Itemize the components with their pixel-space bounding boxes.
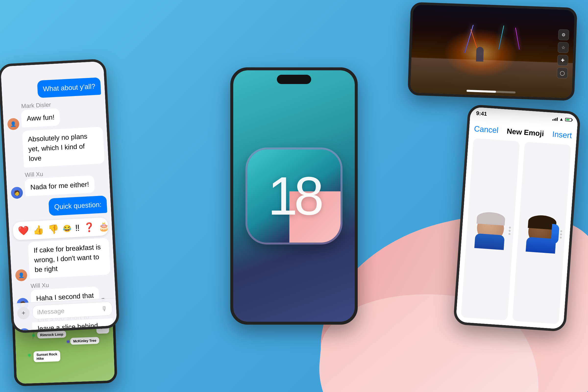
message-row: 🧑 Nada for me either! bbox=[10, 175, 106, 199]
input-placeholder: iMessage bbox=[37, 307, 65, 316]
messages-screen: What about y'all? Mark Disler 👤 Aww fun!… bbox=[0, 61, 117, 331]
emoji-panel: Cancel New Emoji Insert bbox=[456, 107, 578, 330]
panel-title: New Emoji bbox=[506, 127, 544, 138]
emoji-reaction-bar[interactable]: ❤️ 👍 👎 😂 ‼️ ❓ 🎂 ☺ + bbox=[12, 217, 108, 240]
avatar: 🧑 bbox=[11, 187, 23, 199]
game-control-3[interactable]: ✚ bbox=[557, 55, 568, 66]
message-row: What about y'all? bbox=[5, 77, 101, 102]
avatar: 👤 bbox=[7, 118, 19, 130]
emoji-thumbsup[interactable]: 👍 bbox=[32, 225, 44, 236]
emoji-panel-screen: 9:41 ▲ Cancel New Emoji Insert bbox=[456, 107, 578, 330]
signal-icon bbox=[552, 116, 558, 121]
messages-list: What about y'all? Mark Disler 👤 Aww fun!… bbox=[1, 75, 117, 331]
message-input-field[interactable]: iMessage 🎙 bbox=[32, 301, 113, 320]
message-bubble: Nada for me either! bbox=[24, 175, 95, 196]
cancel-button[interactable]: Cancel bbox=[474, 124, 499, 135]
message-bubble: If cake for breakfast is wrong, I don't … bbox=[28, 238, 110, 279]
status-icons: ▲ bbox=[552, 116, 572, 123]
gaming-screen: ⚙ ☆ ✚ ◯ bbox=[410, 5, 575, 98]
center-dynamic-island bbox=[277, 75, 311, 84]
iphone-center: 18 bbox=[230, 68, 358, 324]
iphone-emoji: 9:41 ▲ Cancel New Emoji Insert bbox=[453, 104, 581, 332]
message-row: Quick question: bbox=[12, 196, 108, 220]
message-row: Absolutely no plans yet, which I kind of… bbox=[8, 127, 105, 170]
emoji-question[interactable]: ❓ bbox=[83, 222, 95, 233]
map-label-mckinley: McKinley Tree bbox=[70, 337, 99, 345]
emoji-haha[interactable]: 😂 bbox=[62, 224, 72, 233]
message-bubble-sent: Quick question: bbox=[48, 196, 107, 216]
map-label-sunset: Sunset RockHike bbox=[33, 350, 60, 362]
microphone-icon: 🎙 bbox=[101, 305, 108, 312]
iphone-messages: What about y'all? Mark Disler 👤 Aww fun!… bbox=[0, 58, 120, 334]
battery-icon bbox=[565, 118, 572, 122]
memoji-avatar-1 bbox=[472, 208, 509, 250]
memoji-options bbox=[508, 226, 511, 235]
emoji-exclaim[interactable]: ‼️ bbox=[75, 223, 80, 233]
game-view: ⚙ ☆ ✚ ◯ bbox=[410, 5, 575, 98]
message-bubble: Absolutely no plans yet, which I kind of… bbox=[22, 127, 104, 168]
message-bubble-sent: What about y'all? bbox=[37, 77, 101, 98]
add-attachment-button[interactable]: + bbox=[17, 306, 30, 320]
emoji-cake[interactable]: 🎂 bbox=[98, 221, 110, 232]
character bbox=[476, 47, 484, 62]
memoji-card-2[interactable] bbox=[512, 142, 571, 324]
ios18-number: 18 bbox=[268, 169, 320, 223]
insert-button[interactable]: Insert bbox=[552, 130, 572, 140]
game-controls: ⚙ ☆ ✚ ◯ bbox=[557, 29, 569, 78]
map-label-rimrock: Rimrock Loop bbox=[37, 331, 66, 338]
memoji-options-2 bbox=[560, 230, 562, 238]
game-effects bbox=[410, 5, 575, 98]
wifi-icon: ▲ bbox=[559, 116, 564, 122]
avatar: 🧑 bbox=[18, 328, 30, 331]
emoji-heart[interactable]: ❤️ bbox=[18, 226, 29, 236]
ios18-app-icon: 18 bbox=[248, 150, 340, 242]
game-control-1[interactable]: ⚙ bbox=[558, 29, 570, 40]
message-bubble: Aww fun! bbox=[21, 108, 60, 128]
avatar: 👤 bbox=[15, 269, 27, 281]
emoji-thumbsdown[interactable]: 👎 bbox=[48, 224, 59, 235]
message-row: 👤 Aww fun! bbox=[7, 106, 103, 130]
memoji-grid bbox=[461, 138, 571, 324]
center-screen: 18 bbox=[233, 70, 355, 322]
time-display: 9:41 bbox=[476, 110, 487, 117]
game-control-4[interactable]: ◯ bbox=[557, 68, 568, 79]
iphone-gaming: ⚙ ☆ ✚ ◯ bbox=[408, 2, 578, 101]
memoji-avatar-2 bbox=[523, 212, 560, 254]
game-control-2[interactable]: ☆ bbox=[558, 42, 569, 53]
message-row: 👤 If cake for breakfast is wrong, I don'… bbox=[14, 238, 111, 282]
memoji-card-1[interactable] bbox=[461, 138, 520, 320]
